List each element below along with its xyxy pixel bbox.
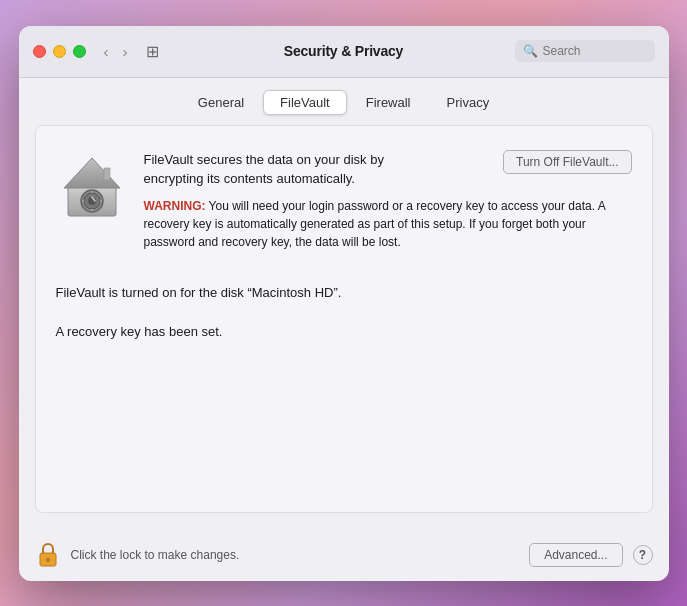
status-disk-message: FileVault is turned on for the disk “Mac… — [56, 283, 632, 303]
search-box[interactable]: 🔍 — [515, 40, 655, 62]
titlebar: ‹ › ⊞ Security & Privacy 🔍 — [19, 26, 669, 78]
status-recovery-message: A recovery key has been set. — [56, 322, 632, 342]
lock-text: Click the lock to make changes. — [71, 548, 520, 562]
warning-body: You will need your login password or a r… — [144, 199, 606, 249]
traffic-lights — [33, 45, 86, 58]
tabs-area: General FileVault Firewall Privacy — [19, 78, 669, 125]
info-header: FileVault secures the data on your disk … — [144, 150, 632, 189]
advanced-button[interactable]: Advanced... — [529, 543, 622, 567]
svg-rect-12 — [46, 558, 50, 562]
svg-rect-10 — [104, 168, 110, 180]
search-input[interactable] — [543, 44, 647, 58]
content-area: FileVault secures the data on your disk … — [35, 125, 653, 513]
close-button[interactable] — [33, 45, 46, 58]
status-messages: FileVault is turned on for the disk “Mac… — [56, 283, 632, 342]
back-button[interactable]: ‹ — [100, 42, 113, 61]
app-grid-icon[interactable]: ⊞ — [146, 42, 159, 61]
tab-filevault[interactable]: FileVault — [263, 90, 347, 115]
warning-text: WARNING: You will need your login passwo… — [144, 197, 632, 251]
tab-general[interactable]: General — [181, 90, 261, 115]
turn-off-filevault-button[interactable]: Turn Off FileVault... — [503, 150, 631, 174]
svg-marker-1 — [64, 158, 120, 188]
vault-icon — [56, 150, 128, 222]
maximize-button[interactable] — [73, 45, 86, 58]
window-title: Security & Privacy — [173, 43, 515, 59]
forward-button[interactable]: › — [119, 42, 132, 61]
tab-privacy[interactable]: Privacy — [430, 90, 507, 115]
warning-label: WARNING: — [144, 199, 206, 213]
nav-arrows: ‹ › — [100, 42, 132, 61]
filevault-info-right: FileVault secures the data on your disk … — [144, 150, 632, 251]
filevault-description: FileVault secures the data on your disk … — [144, 150, 404, 189]
minimize-button[interactable] — [53, 45, 66, 58]
help-button[interactable]: ? — [633, 545, 653, 565]
bottom-bar: Click the lock to make changes. Advanced… — [19, 529, 669, 581]
search-icon: 🔍 — [523, 44, 538, 58]
filevault-info: FileVault secures the data on your disk … — [56, 150, 632, 251]
main-window: ‹ › ⊞ Security & Privacy 🔍 General FileV… — [19, 26, 669, 581]
lock-icon[interactable] — [35, 541, 61, 569]
tab-firewall[interactable]: Firewall — [349, 90, 428, 115]
